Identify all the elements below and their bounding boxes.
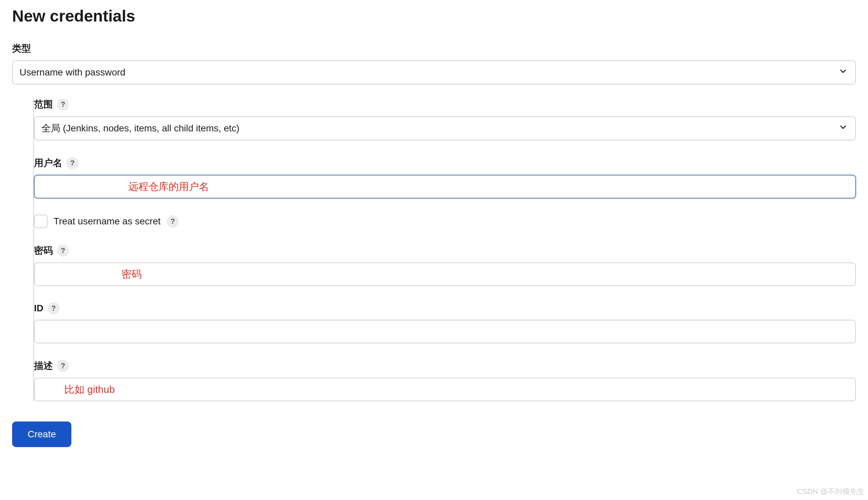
scope-select[interactable]: 全局 (Jenkins, nodes, items, all child ite…: [34, 116, 856, 140]
scope-select-wrapper: 全局 (Jenkins, nodes, items, all child ite…: [34, 116, 856, 140]
help-icon[interactable]: ?: [47, 302, 60, 314]
type-field-group: 类型 Username with password: [12, 42, 856, 84]
scope-label: 范围: [34, 98, 53, 111]
treat-secret-row: Treat username as secret ?: [34, 215, 856, 228]
type-label: 类型: [12, 42, 856, 55]
type-select-value: Username with password: [20, 67, 125, 78]
username-field-group: 用户名 ? 远程仓库的用户名: [34, 157, 856, 198]
username-input[interactable]: [34, 175, 856, 198]
scope-field-group: 范围 ? 全局 (Jenkins, nodes, items, all chil…: [34, 98, 856, 140]
watermark: CSDN @不叫猫先生: [797, 487, 865, 497]
id-input[interactable]: [34, 320, 856, 343]
credentials-form: 类型 Username with password 范围 ? 全局 (Jenki…: [12, 42, 856, 401]
id-label: ID: [34, 303, 44, 314]
help-icon[interactable]: ?: [57, 245, 69, 257]
description-field-group: 描述 ? 比如 github: [34, 360, 856, 401]
description-label: 描述: [34, 360, 53, 372]
description-input[interactable]: [34, 378, 856, 401]
help-icon[interactable]: ?: [66, 157, 79, 169]
type-select-wrapper: Username with password: [12, 60, 856, 84]
password-field-group: 密码 ? 密码: [34, 244, 856, 286]
page-title: New credentials: [12, 7, 861, 25]
password-label: 密码: [34, 244, 53, 257]
help-icon[interactable]: ?: [57, 98, 69, 111]
help-icon[interactable]: ?: [167, 215, 179, 227]
treat-secret-label: Treat username as secret: [54, 216, 161, 227]
indented-section: 范围 ? 全局 (Jenkins, nodes, items, all chil…: [33, 98, 856, 401]
help-icon[interactable]: ?: [57, 360, 69, 372]
password-input[interactable]: [34, 262, 856, 286]
create-button[interactable]: Create: [12, 421, 71, 447]
username-label: 用户名: [34, 157, 62, 170]
id-field-group: ID ?: [34, 302, 856, 343]
treat-secret-checkbox[interactable]: [34, 215, 47, 228]
scope-select-value: 全局 (Jenkins, nodes, items, all child ite…: [42, 122, 239, 135]
type-select[interactable]: Username with password: [12, 60, 856, 84]
